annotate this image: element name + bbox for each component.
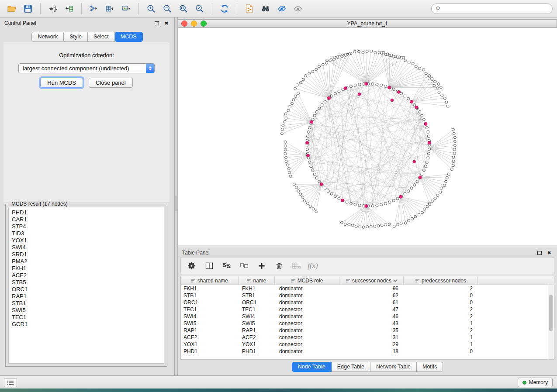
- delete-column-button[interactable]: [273, 259, 286, 272]
- select-all-button[interactable]: [220, 259, 233, 272]
- table-cell[interactable]: 0: [404, 348, 478, 355]
- mcds-result-item[interactable]: PHD1: [9, 209, 164, 216]
- network-node[interactable]: [441, 94, 443, 96]
- network-node[interactable]: [281, 128, 284, 131]
- table-row[interactable]: SWI5SWI5connector431: [181, 320, 554, 327]
- table-cell[interactable]: SWI4: [181, 313, 239, 320]
- tab-mcds[interactable]: MCDS: [115, 32, 143, 42]
- network-node[interactable]: [285, 160, 287, 163]
- table-row[interactable]: PHD1PHD1dominator180: [181, 348, 554, 355]
- network-node[interactable]: [357, 50, 360, 53]
- network-node[interactable]: [322, 63, 324, 66]
- run-mcds-button[interactable]: Run MCDS: [40, 78, 83, 88]
- table-cell[interactable]: TEC1: [181, 306, 239, 313]
- network-node[interactable]: [371, 83, 374, 85]
- network-node[interactable]: [434, 80, 436, 83]
- dominator-node[interactable]: [428, 141, 431, 144]
- network-node[interactable]: [404, 193, 406, 195]
- network-node[interactable]: [374, 52, 377, 54]
- table-cell[interactable]: 47: [339, 306, 404, 313]
- import-network-button[interactable]: [45, 2, 60, 16]
- zoom-out-button[interactable]: [160, 2, 175, 16]
- network-node[interactable]: [384, 85, 387, 88]
- network-node[interactable]: [445, 101, 448, 103]
- eye-button[interactable]: [291, 2, 305, 16]
- network-node[interactable]: [340, 55, 343, 58]
- table-cell[interactable]: SWI5: [239, 320, 275, 327]
- table-cell[interactable]: STB1: [181, 292, 239, 299]
- dominator-node[interactable]: [387, 86, 391, 89]
- table-cell[interactable]: YOX1: [239, 341, 275, 348]
- network-node[interactable]: [284, 113, 287, 115]
- refresh-layout-button[interactable]: [217, 2, 232, 16]
- table-cell[interactable]: ORC1: [239, 299, 275, 306]
- network-node[interactable]: [287, 164, 289, 166]
- mcds-result-item[interactable]: STB1: [9, 300, 164, 307]
- network-node[interactable]: [315, 68, 318, 71]
- table-row[interactable]: YOX1YOX1connector291: [181, 341, 554, 348]
- network-node[interactable]: [358, 83, 361, 86]
- network-node[interactable]: [318, 65, 321, 68]
- graphics-details-button[interactable]: [274, 2, 289, 16]
- deselect-all-button[interactable]: [238, 259, 251, 272]
- network-node[interactable]: [315, 177, 318, 179]
- network-node[interactable]: [437, 83, 440, 85]
- network-node[interactable]: [413, 184, 416, 186]
- network-node[interactable]: [315, 110, 318, 113]
- import-table-button[interactable]: [62, 2, 76, 16]
- splitter-handle[interactable]: [175, 196, 177, 211]
- network-graph[interactable]: [178, 28, 557, 245]
- network-node[interactable]: [374, 225, 376, 227]
- network-node[interactable]: [321, 103, 323, 106]
- network-node[interactable]: [284, 152, 287, 155]
- dominator-node[interactable]: [358, 93, 361, 96]
- network-node[interactable]: [303, 199, 306, 202]
- search-input[interactable]: [442, 5, 548, 12]
- network-node[interactable]: [443, 97, 446, 100]
- network-node[interactable]: [293, 183, 295, 186]
- network-node[interactable]: [327, 190, 329, 193]
- column-header-successor-nodes[interactable]: successor nodes: [339, 276, 404, 285]
- mcds-result-item[interactable]: GCR1: [9, 321, 164, 328]
- network-node[interactable]: [452, 160, 455, 163]
- table-cell[interactable]: 96: [339, 285, 404, 292]
- tab-network-table[interactable]: Network Table: [370, 362, 417, 372]
- table-cell[interactable]: dominator: [275, 285, 339, 292]
- table-cell[interactable]: RAP1: [239, 327, 275, 334]
- dominator-node[interactable]: [410, 100, 413, 103]
- table-cell[interactable]: ACE2: [239, 334, 275, 341]
- network-node[interactable]: [299, 193, 302, 196]
- network-node[interactable]: [330, 95, 333, 97]
- column-header-shared-name[interactable]: shared name: [181, 276, 239, 285]
- network-node[interactable]: [431, 200, 434, 203]
- network-node[interactable]: [413, 103, 416, 106]
- network-node[interactable]: [301, 196, 304, 199]
- network-node[interactable]: [285, 156, 287, 159]
- export-table-button[interactable]: [103, 2, 118, 16]
- network-node[interactable]: [453, 140, 456, 143]
- dominator-node[interactable]: [341, 199, 344, 202]
- network-node[interactable]: [288, 171, 291, 174]
- network-node[interactable]: [386, 53, 389, 55]
- dominator-node[interactable]: [320, 182, 323, 186]
- network-node[interactable]: [426, 161, 428, 163]
- network-node[interactable]: [325, 59, 328, 62]
- network-node[interactable]: [428, 78, 431, 80]
- mcds-result-item[interactable]: STB5: [9, 279, 164, 286]
- close-icon[interactable]: ✖: [546, 250, 553, 256]
- table-cell[interactable]: ACE2: [181, 334, 239, 341]
- network-node[interactable]: [436, 87, 439, 89]
- network-node[interactable]: [421, 211, 423, 214]
- network-node[interactable]: [425, 72, 427, 75]
- network-node[interactable]: [285, 117, 287, 120]
- network-node[interactable]: [425, 75, 427, 77]
- table-row[interactable]: STB1STB1dominator620: [181, 292, 554, 299]
- network-node[interactable]: [439, 86, 442, 89]
- table-cell[interactable]: 35: [339, 327, 404, 334]
- network-node[interactable]: [434, 197, 436, 199]
- table-row[interactable]: FKH1FKH1dominator962: [181, 285, 554, 292]
- network-node[interactable]: [431, 80, 433, 83]
- table-cell[interactable]: STB1: [239, 292, 275, 299]
- network-node[interactable]: [324, 187, 326, 189]
- network-node[interactable]: [309, 205, 311, 208]
